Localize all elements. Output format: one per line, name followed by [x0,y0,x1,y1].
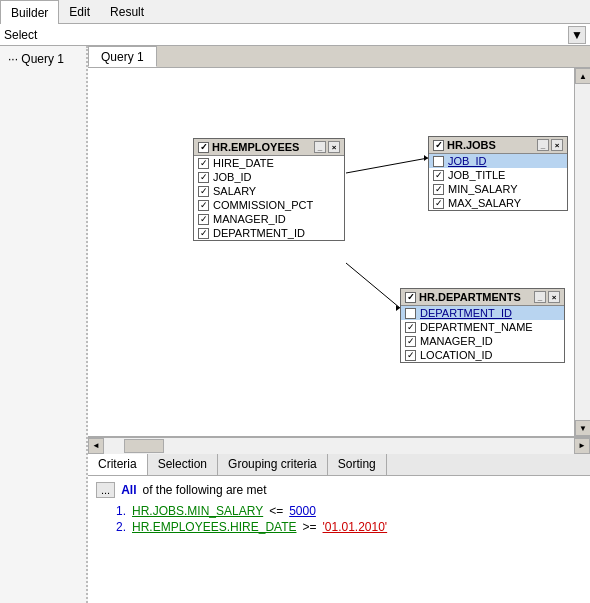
employees-job-id-checkbox[interactable] [198,172,209,183]
departments-manager-checkbox[interactable] [405,336,416,347]
table-jobs: HR.JOBS _ × JOB_ID JOB_TITLE [428,136,568,211]
employees-hire-date-checkbox[interactable] [198,158,209,169]
scroll-track-v[interactable] [575,84,590,420]
scroll-thumb-h[interactable] [124,439,164,453]
jobs-job-id-checkbox[interactable] [433,156,444,167]
jobs-row-job-id: JOB_ID [429,154,567,168]
criteria-tab-grouping[interactable]: Grouping criteria [218,454,328,475]
criteria-tab-sorting[interactable]: Sorting [328,454,387,475]
sidebar-item-prefix: ··· [8,52,18,66]
criteria-row-1-op: <= [269,504,283,518]
criteria-row-1: 1. HR.JOBS.MIN_SALARY <= 5000 [96,504,582,518]
horizontal-scrollbar[interactable]: ◄ ► [88,437,590,453]
jobs-job-title-checkbox[interactable] [433,170,444,181]
criteria-row-1-num: 1. [116,504,126,518]
select-bar: Select ▼ [0,24,590,46]
select-dropdown[interactable]: ▼ [568,26,586,44]
scroll-up-btn[interactable]: ▲ [575,68,590,84]
criteria-tab-criteria[interactable]: Criteria [88,454,148,475]
svg-line-2 [346,263,400,308]
select-label: Select [4,28,568,42]
criteria-row-2-value[interactable]: '01.01.2010' [323,520,388,534]
sidebar-item-query1[interactable]: ··· Query 1 [4,50,82,68]
employees-manager-checkbox[interactable] [198,214,209,225]
departments-row-dept-name: DEPARTMENT_NAME [401,320,564,334]
table-departments: HR.DEPARTMENTS _ × DEPARTMENT_ID DEPARTM… [400,288,565,363]
jobs-close-btn[interactable]: × [551,139,563,151]
right-panel: Query 1 HR.EMPLOYEES [88,46,590,603]
employees-hire-date-label: HIRE_DATE [213,157,274,169]
jobs-max-salary-checkbox[interactable] [433,198,444,209]
sidebar-item-label: Query 1 [21,52,64,66]
employees-manager-label: MANAGER_ID [213,213,286,225]
employees-close-btn[interactable]: × [328,141,340,153]
jobs-max-salary-label: MAX_SALARY [448,197,521,209]
criteria-row-1-field[interactable]: HR.JOBS.MIN_SALARY [132,504,263,518]
jobs-min-salary-checkbox[interactable] [433,184,444,195]
criteria-row-1-value[interactable]: 5000 [289,504,316,518]
jobs-row-max-salary: MAX_SALARY [429,196,567,210]
departments-dept-name-checkbox[interactable] [405,322,416,333]
tab-query1[interactable]: Query 1 [88,46,157,67]
menu-result[interactable]: Result [100,0,154,23]
departments-title: HR.DEPARTMENTS [419,291,521,303]
departments-row-manager: MANAGER_ID [401,334,564,348]
criteria-content: ... All of the following are met 1. HR.J… [88,476,590,603]
departments-row-dept-id: DEPARTMENT_ID [401,306,564,320]
svg-line-0 [346,158,428,173]
criteria-row-2-field[interactable]: HR.EMPLOYEES.HIRE_DATE [132,520,296,534]
employees-row-salary: SALARY [194,184,344,198]
jobs-job-id-label: JOB_ID [448,155,487,167]
dropdown-arrow-icon: ▼ [571,28,583,42]
scroll-left-btn[interactable]: ◄ [88,438,104,454]
employees-row-hire-date: HIRE_DATE [194,156,344,170]
tab-bar: Query 1 [88,46,590,68]
vertical-scrollbar[interactable]: ▲ ▼ [574,68,590,436]
criteria-row-2-op: >= [303,520,317,534]
scroll-right-btn[interactable]: ► [574,438,590,454]
departments-row-location: LOCATION_ID [401,348,564,362]
departments-header-checkbox[interactable] [405,292,416,303]
jobs-title: HR.JOBS [447,139,496,151]
jobs-header-checkbox[interactable] [433,140,444,151]
employees-minimize-btn[interactable]: _ [314,141,326,153]
criteria-suffix: of the following are met [143,483,267,497]
departments-dept-id-label: DEPARTMENT_ID [420,307,512,319]
employees-salary-label: SALARY [213,185,256,197]
departments-location-checkbox[interactable] [405,350,416,361]
criteria-row-2: 2. HR.EMPLOYEES.HIRE_DATE >= '01.01.2010… [96,520,582,534]
departments-location-label: LOCATION_ID [420,349,493,361]
criteria-all-label: All [121,483,136,497]
departments-dept-name-label: DEPARTMENT_NAME [420,321,533,333]
employees-department-checkbox[interactable] [198,228,209,239]
criteria-header: ... All of the following are met [96,482,582,498]
criteria-add-btn[interactable]: ... [96,482,115,498]
table-departments-header: HR.DEPARTMENTS _ × [401,289,564,306]
employees-commission-checkbox[interactable] [198,200,209,211]
bottom-panel: Criteria Selection Grouping criteria Sor… [88,453,590,603]
departments-minimize-btn[interactable]: _ [534,291,546,303]
criteria-tab-selection[interactable]: Selection [148,454,218,475]
jobs-min-salary-label: MIN_SALARY [448,183,518,195]
jobs-job-title-label: JOB_TITLE [448,169,505,181]
employees-row-job-id: JOB_ID [194,170,344,184]
employees-row-department: DEPARTMENT_ID [194,226,344,240]
departments-dept-id-checkbox[interactable] [405,308,416,319]
employees-salary-checkbox[interactable] [198,186,209,197]
employees-header-checkbox[interactable] [198,142,209,153]
departments-close-btn[interactable]: × [548,291,560,303]
departments-manager-label: MANAGER_ID [420,335,493,347]
criteria-row-2-num: 2. [116,520,126,534]
scroll-track-h[interactable] [104,438,574,454]
scroll-down-btn[interactable]: ▼ [575,420,590,436]
main-layout: ··· Query 1 Query 1 [0,46,590,603]
jobs-minimize-btn[interactable]: _ [537,139,549,151]
table-jobs-header: HR.JOBS _ × [429,137,567,154]
menu-builder[interactable]: Builder [0,0,59,24]
table-employees-header: HR.EMPLOYEES _ × [194,139,344,156]
employees-title: HR.EMPLOYEES [212,141,299,153]
employees-job-id-label: JOB_ID [213,171,252,183]
menu-edit[interactable]: Edit [59,0,100,23]
criteria-tab-bar: Criteria Selection Grouping criteria Sor… [88,454,590,476]
connections-svg [88,68,590,436]
